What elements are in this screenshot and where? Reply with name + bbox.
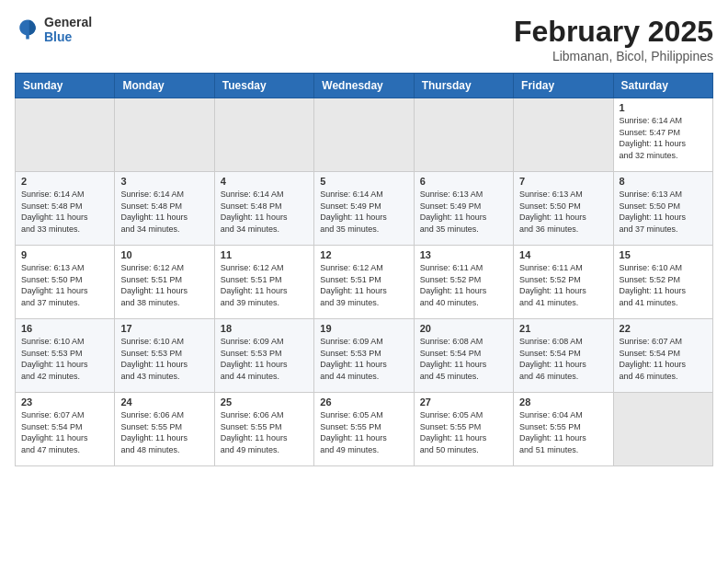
day-number: 10 xyxy=(120,249,208,260)
calendar-cell: 14Sunrise: 6:11 AM Sunset: 5:52 PM Dayli… xyxy=(514,246,613,319)
calendar-cell: 10Sunrise: 6:12 AM Sunset: 5:51 PM Dayli… xyxy=(115,246,214,319)
day-number: 15 xyxy=(620,249,707,260)
day-info: Sunrise: 6:13 AM Sunset: 5:50 PM Dayligh… xyxy=(620,189,707,235)
day-number: 8 xyxy=(620,176,707,187)
calendar-cell: 21Sunrise: 6:08 AM Sunset: 5:54 PM Dayli… xyxy=(514,319,613,393)
day-number: 18 xyxy=(221,323,308,334)
logo-blue: Blue xyxy=(44,29,92,44)
day-info: Sunrise: 6:14 AM Sunset: 5:49 PM Dayligh… xyxy=(320,189,407,235)
calendar-week-row: 9Sunrise: 6:13 AM Sunset: 5:50 PM Daylig… xyxy=(16,246,713,319)
day-info: Sunrise: 6:14 AM Sunset: 5:47 PM Dayligh… xyxy=(620,115,707,161)
day-info: Sunrise: 6:04 AM Sunset: 5:55 PM Dayligh… xyxy=(519,409,607,455)
calendar-cell: 15Sunrise: 6:10 AM Sunset: 5:52 PM Dayli… xyxy=(613,246,712,319)
day-number: 6 xyxy=(420,176,507,187)
day-info: Sunrise: 6:13 AM Sunset: 5:49 PM Dayligh… xyxy=(420,189,507,235)
day-info: Sunrise: 6:10 AM Sunset: 5:52 PM Dayligh… xyxy=(620,262,707,308)
calendar-cell: 7Sunrise: 6:13 AM Sunset: 5:50 PM Daylig… xyxy=(514,172,613,246)
day-info: Sunrise: 6:14 AM Sunset: 5:48 PM Dayligh… xyxy=(120,189,208,235)
day-number: 20 xyxy=(420,323,507,334)
day-info: Sunrise: 6:14 AM Sunset: 5:48 PM Dayligh… xyxy=(221,189,308,235)
day-info: Sunrise: 6:08 AM Sunset: 5:54 PM Dayligh… xyxy=(420,336,507,382)
day-number: 14 xyxy=(519,249,607,260)
day-info: Sunrise: 6:06 AM Sunset: 5:55 PM Dayligh… xyxy=(221,409,308,455)
calendar-cell: 11Sunrise: 6:12 AM Sunset: 5:51 PM Dayli… xyxy=(214,246,313,319)
day-info: Sunrise: 6:06 AM Sunset: 5:55 PM Dayligh… xyxy=(120,409,208,455)
calendar-cell: 9Sunrise: 6:13 AM Sunset: 5:50 PM Daylig… xyxy=(16,246,115,319)
day-number: 23 xyxy=(21,396,108,408)
day-number: 24 xyxy=(120,396,208,408)
calendar-cell: 5Sunrise: 6:14 AM Sunset: 5:49 PM Daylig… xyxy=(314,172,414,246)
calendar-cell: 24Sunrise: 6:06 AM Sunset: 5:55 PM Dayli… xyxy=(115,393,214,466)
calendar-cell: 25Sunrise: 6:06 AM Sunset: 5:55 PM Dayli… xyxy=(214,393,313,466)
calendar-cell: 17Sunrise: 6:10 AM Sunset: 5:53 PM Dayli… xyxy=(115,319,214,393)
day-number: 1 xyxy=(620,102,707,113)
calendar-cell xyxy=(115,98,214,172)
calendar-cell: 13Sunrise: 6:11 AM Sunset: 5:52 PM Dayli… xyxy=(414,246,513,319)
calendar-table: SundayMondayTuesdayWednesdayThursdayFrid… xyxy=(15,73,713,466)
day-number: 5 xyxy=(320,176,407,187)
page-header: General Blue February 2025 Libmanan, Bic… xyxy=(15,15,713,63)
weekday-header: Wednesday xyxy=(314,74,414,98)
day-info: Sunrise: 6:05 AM Sunset: 5:55 PM Dayligh… xyxy=(420,409,507,455)
day-number: 26 xyxy=(320,396,407,408)
calendar-cell: 8Sunrise: 6:13 AM Sunset: 5:50 PM Daylig… xyxy=(613,172,712,246)
calendar-cell: 20Sunrise: 6:08 AM Sunset: 5:54 PM Dayli… xyxy=(414,319,513,393)
day-number: 9 xyxy=(21,249,108,260)
day-number: 4 xyxy=(221,176,308,187)
day-number: 17 xyxy=(120,323,208,334)
weekday-header: Saturday xyxy=(613,74,712,98)
title-block: February 2025 Libmanan, Bicol, Philippin… xyxy=(514,15,713,63)
day-info: Sunrise: 6:12 AM Sunset: 5:51 PM Dayligh… xyxy=(120,262,208,308)
day-number: 2 xyxy=(21,176,108,187)
day-info: Sunrise: 6:13 AM Sunset: 5:50 PM Dayligh… xyxy=(519,189,607,235)
calendar-cell: 1Sunrise: 6:14 AM Sunset: 5:47 PM Daylig… xyxy=(613,98,712,172)
location: Libmanan, Bicol, Philippines xyxy=(514,49,713,63)
weekday-header: Sunday xyxy=(16,74,115,98)
day-info: Sunrise: 6:11 AM Sunset: 5:52 PM Dayligh… xyxy=(519,262,607,308)
logo: General Blue xyxy=(15,15,92,44)
calendar-week-row: 23Sunrise: 6:07 AM Sunset: 5:54 PM Dayli… xyxy=(16,393,713,466)
day-info: Sunrise: 6:14 AM Sunset: 5:48 PM Dayligh… xyxy=(21,189,108,235)
day-number: 7 xyxy=(519,176,607,187)
day-info: Sunrise: 6:12 AM Sunset: 5:51 PM Dayligh… xyxy=(320,262,407,308)
calendar-cell: 12Sunrise: 6:12 AM Sunset: 5:51 PM Dayli… xyxy=(314,246,414,319)
calendar-cell: 28Sunrise: 6:04 AM Sunset: 5:55 PM Dayli… xyxy=(514,393,613,466)
calendar-cell: 18Sunrise: 6:09 AM Sunset: 5:53 PM Dayli… xyxy=(214,319,313,393)
calendar-cell xyxy=(16,98,115,172)
calendar-cell: 6Sunrise: 6:13 AM Sunset: 5:49 PM Daylig… xyxy=(414,172,513,246)
calendar-week-row: 16Sunrise: 6:10 AM Sunset: 5:53 PM Dayli… xyxy=(16,319,713,393)
calendar-cell xyxy=(514,98,613,172)
day-info: Sunrise: 6:08 AM Sunset: 5:54 PM Dayligh… xyxy=(519,336,607,382)
calendar-cell: 4Sunrise: 6:14 AM Sunset: 5:48 PM Daylig… xyxy=(214,172,313,246)
day-number: 19 xyxy=(320,323,407,334)
day-info: Sunrise: 6:10 AM Sunset: 5:53 PM Dayligh… xyxy=(120,336,208,382)
day-info: Sunrise: 6:09 AM Sunset: 5:53 PM Dayligh… xyxy=(320,336,407,382)
weekday-header-row: SundayMondayTuesdayWednesdayThursdayFrid… xyxy=(16,74,713,98)
day-number: 16 xyxy=(21,323,108,334)
calendar-cell: 3Sunrise: 6:14 AM Sunset: 5:48 PM Daylig… xyxy=(115,172,214,246)
day-number: 12 xyxy=(320,249,407,260)
day-info: Sunrise: 6:10 AM Sunset: 5:53 PM Dayligh… xyxy=(21,336,108,382)
calendar-cell: 2Sunrise: 6:14 AM Sunset: 5:48 PM Daylig… xyxy=(16,172,115,246)
day-info: Sunrise: 6:07 AM Sunset: 5:54 PM Dayligh… xyxy=(620,336,707,382)
weekday-header: Friday xyxy=(514,74,613,98)
day-info: Sunrise: 6:05 AM Sunset: 5:55 PM Dayligh… xyxy=(320,409,407,455)
day-info: Sunrise: 6:09 AM Sunset: 5:53 PM Dayligh… xyxy=(221,336,308,382)
day-number: 21 xyxy=(519,323,607,334)
logo-text: General Blue xyxy=(44,15,92,44)
calendar-cell: 19Sunrise: 6:09 AM Sunset: 5:53 PM Dayli… xyxy=(314,319,414,393)
day-number: 22 xyxy=(620,323,707,334)
calendar-cell: 26Sunrise: 6:05 AM Sunset: 5:55 PM Dayli… xyxy=(314,393,414,466)
day-info: Sunrise: 6:11 AM Sunset: 5:52 PM Dayligh… xyxy=(420,262,507,308)
day-number: 3 xyxy=(120,176,208,187)
logo-icon xyxy=(15,17,40,42)
day-number: 11 xyxy=(221,249,308,260)
calendar-cell xyxy=(314,98,414,172)
calendar-cell: 22Sunrise: 6:07 AM Sunset: 5:54 PM Dayli… xyxy=(613,319,712,393)
logo-general: General xyxy=(44,15,92,29)
day-number: 25 xyxy=(221,396,308,408)
calendar-cell: 23Sunrise: 6:07 AM Sunset: 5:54 PM Dayli… xyxy=(16,393,115,466)
day-info: Sunrise: 6:13 AM Sunset: 5:50 PM Dayligh… xyxy=(21,262,108,308)
weekday-header: Thursday xyxy=(414,74,513,98)
day-number: 13 xyxy=(420,249,507,260)
